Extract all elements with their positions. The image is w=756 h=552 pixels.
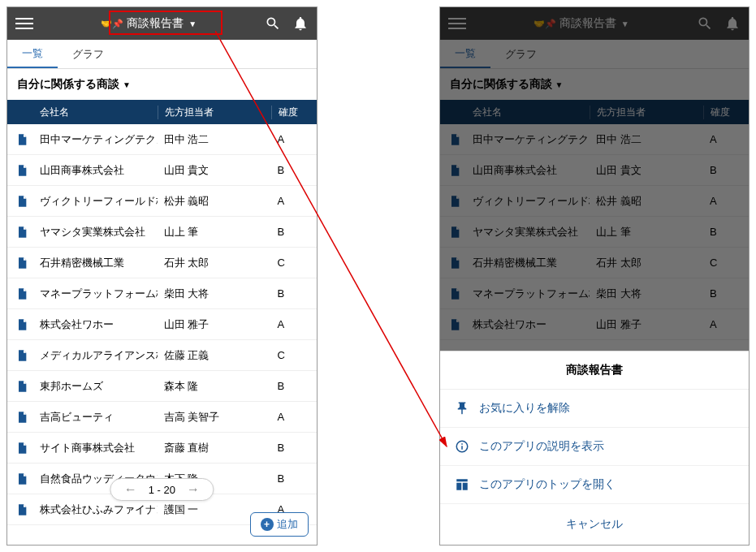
menu-icon[interactable] xyxy=(448,15,466,32)
add-button[interactable]: + 追加 xyxy=(250,512,309,537)
sheet-open-top[interactable]: このアプリのトップを開く xyxy=(440,466,750,504)
bell-icon[interactable] xyxy=(724,15,741,32)
document-icon xyxy=(7,472,37,486)
tab-list[interactable]: 一覧 xyxy=(7,40,58,68)
cell-company: マネープラットフォーム株 xyxy=(37,287,158,301)
cell-contact: 石井 太郎 xyxy=(158,256,271,270)
cell-contact: 柴田 大将 xyxy=(158,287,271,301)
cell-rank: B xyxy=(271,472,317,485)
sheet-cancel[interactable]: キャンセル xyxy=(440,504,750,545)
cell-rank: A xyxy=(703,318,749,330)
header: 🤝📌 商談報告書 ▼ xyxy=(7,7,317,40)
cell-contact: 山田 雅子 xyxy=(590,317,703,332)
cell-rank: B xyxy=(703,226,749,238)
bell-icon[interactable] xyxy=(292,15,309,32)
table-row[interactable]: 東邦ホームズ森本 隆B xyxy=(7,371,317,402)
cell-company: 田中マーケティングテクノ xyxy=(37,132,158,147)
col-rank[interactable]: 確度 xyxy=(271,106,317,119)
cell-company: メディカルアライアンス株 xyxy=(37,348,158,363)
cell-contact: 松井 義昭 xyxy=(158,194,271,209)
cell-company: 山田商事株式会社 xyxy=(469,163,590,178)
table-row[interactable]: 山田商事株式会社山田 貴文B xyxy=(7,155,317,186)
tab-list[interactable]: 一覧 xyxy=(440,40,490,68)
chevron-down-icon: ▼ xyxy=(188,19,197,28)
app-title: 商談報告書 xyxy=(127,16,184,31)
menu-icon[interactable] xyxy=(15,15,33,32)
next-page[interactable]: → xyxy=(187,482,200,497)
document-icon xyxy=(7,317,37,332)
tab-graph[interactable]: グラフ xyxy=(490,40,551,68)
table-body-left: 田中マーケティングテクノ田中 浩二A山田商事株式会社山田 貴文Bヴィクトリーフィ… xyxy=(7,124,317,525)
app-title-dropdown[interactable]: 🤝📌 商談報告書 ▼ xyxy=(33,16,265,31)
cell-rank: A xyxy=(703,133,749,145)
cell-rank: A xyxy=(271,411,317,423)
table-row[interactable]: ヤマシタ実業株式会社山上 筆B xyxy=(440,217,750,248)
pager-range: 1 - 20 xyxy=(149,484,175,496)
prev-page[interactable]: ← xyxy=(124,482,137,497)
table-row[interactable]: 田中マーケティングテクノ田中 浩二A xyxy=(440,124,750,155)
table-row[interactable]: メディカルアライアンス株佐藤 正義C xyxy=(7,340,317,371)
cell-rank: B xyxy=(271,442,317,454)
app-title-dropdown[interactable]: 🤝📌 商談報告書 ▼ xyxy=(466,16,698,31)
cell-contact: 山上 筆 xyxy=(590,225,703,239)
cell-company: 吉高ビューティ xyxy=(37,410,158,425)
cell-company: ヤマシタ実業株式会社 xyxy=(37,225,158,239)
table-row[interactable]: 石井精密機械工業石井 太郎C xyxy=(440,248,750,278)
document-icon xyxy=(440,287,469,301)
document-icon xyxy=(440,317,469,332)
filter-label: 自分に関係する商談 xyxy=(450,77,552,92)
col-contact[interactable]: 先方担当者 xyxy=(158,106,271,119)
cell-company: ヴィクトリーフィールド株 xyxy=(469,194,590,209)
table-row[interactable]: マネープラットフォーム株柴田 大将B xyxy=(440,278,750,309)
table-header: 会社名 先方担当者 確度 xyxy=(7,100,317,124)
col-company[interactable]: 会社名 xyxy=(37,106,158,119)
document-icon xyxy=(7,410,37,425)
tab-graph[interactable]: グラフ xyxy=(58,40,119,68)
search-icon[interactable] xyxy=(697,15,713,32)
cell-company: ヤマシタ実業株式会社 xyxy=(469,225,590,239)
table-row[interactable]: 株式会社ワホー山田 雅子A xyxy=(440,309,750,340)
filter-dropdown[interactable]: 自分に関係する商談 ▼ xyxy=(440,69,750,100)
document-icon xyxy=(7,441,37,455)
col-company[interactable]: 会社名 xyxy=(469,106,590,119)
table-row[interactable]: ヴィクトリーフィールド株松井 義昭A xyxy=(440,186,750,217)
table-row[interactable]: 石井精密機械工業石井 太郎C xyxy=(7,248,317,278)
document-icon xyxy=(7,502,37,517)
table-row[interactable]: サイト商事株式会社斎藤 直樹B xyxy=(7,433,317,464)
cell-company: 株式会社ひふみファイナン xyxy=(37,502,158,517)
app-title: 商談報告書 xyxy=(559,16,616,31)
sheet-unfavorite[interactable]: お気に入りを解除 xyxy=(440,390,750,428)
action-sheet: 商談報告書 お気に入りを解除 このアプリの説明を表示 このアプリのトップを開く … xyxy=(440,351,750,545)
handshake-pin-icon: 🤝📌 xyxy=(534,19,556,29)
table-row[interactable]: 株式会社ワホー山田 雅子A xyxy=(7,309,317,340)
cell-company: サイト商事株式会社 xyxy=(37,441,158,455)
layout-icon xyxy=(455,477,469,492)
document-icon xyxy=(440,194,469,209)
table-row[interactable]: ヴィクトリーフィールド株松井 義昭A xyxy=(7,186,317,217)
search-icon[interactable] xyxy=(265,15,281,32)
table-row[interactable]: 山田商事株式会社山田 貴文B xyxy=(440,155,750,186)
cell-contact: 山田 貴文 xyxy=(158,163,271,178)
cell-rank: B xyxy=(271,287,317,300)
document-icon xyxy=(7,256,37,270)
table-row[interactable]: 田中マーケティングテクノ田中 浩二A xyxy=(7,124,317,155)
table-header: 会社名 先方担当者 確度 xyxy=(440,100,750,124)
sheet-item-label: このアプリの説明を表示 xyxy=(479,439,604,454)
cell-company: 山田商事株式会社 xyxy=(37,163,158,178)
cell-rank: C xyxy=(703,257,749,269)
table-row[interactable]: ヤマシタ実業株式会社山上 筆B xyxy=(7,217,317,248)
table-row[interactable]: マネープラットフォーム株柴田 大将B xyxy=(7,278,317,309)
cell-rank: C xyxy=(271,349,317,361)
sheet-description[interactable]: このアプリの説明を表示 xyxy=(440,428,750,466)
col-contact[interactable]: 先方担当者 xyxy=(590,106,703,119)
table-row[interactable]: 吉高ビューティ吉高 美智子A xyxy=(7,402,317,433)
document-icon xyxy=(440,225,469,239)
cell-contact: 松井 義昭 xyxy=(590,194,703,209)
filter-dropdown[interactable]: 自分に関係する商談 ▼ xyxy=(7,69,317,100)
cell-contact: 斎藤 直樹 xyxy=(158,441,271,455)
cell-contact: 田中 浩二 xyxy=(590,132,703,147)
cell-contact: 石井 太郎 xyxy=(590,256,703,270)
sheet-item-label: このアプリのトップを開く xyxy=(479,477,616,492)
col-rank[interactable]: 確度 xyxy=(703,106,749,119)
cell-rank: B xyxy=(703,164,749,176)
